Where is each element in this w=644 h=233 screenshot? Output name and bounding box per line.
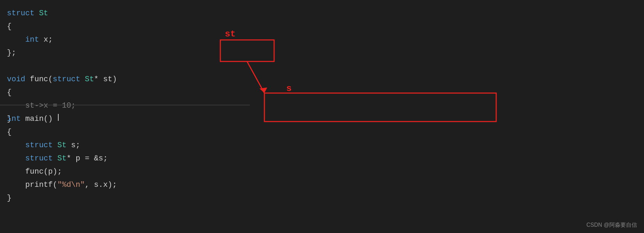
code-line-2: { (7, 20, 246, 33)
code-line-16: printf("%d\n", s.x); (7, 178, 246, 192)
keyword-struct: struct (7, 7, 34, 20)
code-line-6: void func(struct St* st) (7, 73, 246, 86)
keyword-int-1: int (25, 33, 39, 47)
code-line-13: struct St s; (7, 139, 246, 152)
label-s: s (286, 83, 292, 94)
code-editor-2: int main() { struct St s; struct St* p =… (0, 104, 250, 233)
type-St: St (39, 7, 48, 20)
box-s (264, 93, 496, 122)
code-line-3: int x; (7, 33, 246, 47)
code-line-17: } (7, 192, 246, 205)
code-line-4: }; (7, 47, 246, 60)
code-line-1: struct St (7, 7, 246, 20)
code-line-15: func(p); (7, 165, 246, 178)
code-line-5 (7, 60, 246, 73)
code-line-12: { (7, 126, 246, 139)
code-line-7: { (7, 86, 246, 99)
watermark: CSDN @阿淼要自信 (586, 222, 637, 229)
text-cursor (58, 114, 59, 121)
arrow-head (260, 88, 267, 93)
type-St-2: St (85, 73, 94, 86)
code-line-11: int main() (7, 113, 246, 126)
keyword-struct-2: struct (53, 73, 80, 86)
keyword-int-main: int (7, 113, 21, 126)
keyword-void: void (7, 73, 25, 86)
code-line-14: struct St* p = &s; (7, 152, 246, 165)
